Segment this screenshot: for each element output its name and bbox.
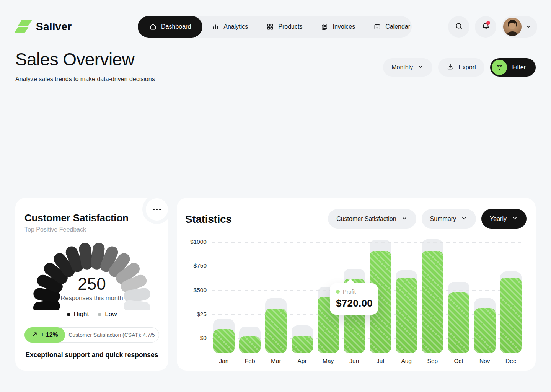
nav-item-label: Calendar [385,23,410,30]
brand-name: Saliver [36,21,72,33]
x-axis-label: Oct [454,358,463,364]
statistics-card: Statistics Customer Satisfaction Summary… [177,198,536,371]
avatar [503,18,522,36]
gauge-legend: HightLow [15,310,168,318]
nav-item-label: Products [278,23,302,30]
x-axis-label: Nov [479,358,490,364]
topbar: Saliver DashboardAnalyticsProductsInvoic… [15,16,537,38]
search-icon [455,22,463,32]
chevron-down-icon [401,215,408,223]
card-notch [142,195,171,224]
bar-dec[interactable] [500,278,522,353]
customer-satisfaction-card: Customer Satisfaction Top Positive Feedb… [15,198,168,371]
calendar-icon [373,23,381,31]
tooltip-value: $720.00 [336,297,372,309]
chevron-down-icon [511,215,518,223]
view-dropdown[interactable]: Summary [422,209,476,229]
legend-label: Low [105,310,117,318]
bar-mar[interactable] [265,309,287,353]
bar-aug[interactable] [396,278,417,353]
statistics-dropdowns: Customer Satisfaction Summary Yearly [328,209,527,229]
export-button-label: Export [458,64,476,71]
x-axis-label: May [323,358,334,364]
nav-item-products[interactable]: Products [257,16,311,38]
page-controls: Monthly Export Filter [383,58,536,77]
statistics-title: Statistics [185,213,232,225]
bar-apr[interactable] [292,336,313,353]
bar-sep[interactable] [422,251,443,353]
y-axis-tick: $1000 [185,238,207,245]
more-options-button[interactable] [146,198,168,220]
brand: Saliver [15,19,72,34]
gauge-value: 250 [15,274,168,294]
satisfaction-card-subtitle: Top Positive Feedback [24,226,86,233]
notification-dot [486,21,490,25]
bar-feb[interactable] [239,336,261,353]
export-button[interactable]: Export [438,58,484,77]
page-title: Sales Overview [15,49,155,70]
primary-nav: DashboardAnalyticsProductsInvoicesCalend… [138,16,412,38]
x-axis-label: Dec [505,358,516,364]
range-dropdown[interactable]: Yearly [481,209,527,229]
bar-nov[interactable] [474,308,496,353]
legend-dot-icon [98,313,101,316]
x-axis-label: Aug [401,358,412,364]
user-menu[interactable] [502,16,537,38]
nav-item-dashboard[interactable]: Dashboard [138,16,202,38]
filter-button[interactable]: Filter [490,58,536,77]
bar-jan[interactable] [213,329,235,353]
satisfaction-footnote: Exceptional support and quick responses [15,351,168,359]
bar-slot-apr: Apr [292,238,313,353]
chevron-down-icon [461,215,468,223]
ellipsis-icon [153,209,155,211]
filter-button-label: Filter [512,64,526,71]
x-axis-label: Feb [245,358,255,364]
chart-tooltip: Profit $720.00 [330,283,378,315]
page-head: Sales Overview Analyze sales trends to m… [15,49,155,83]
bar-slot-mar: Mar [265,238,287,353]
x-axis-label: Jun [349,358,359,364]
csat-text: Customer Satisfaction (CSAT): 4.7/5 [65,332,159,338]
bar-slot-feb: Feb [239,238,261,353]
gridline [212,242,523,243]
period-dropdown[interactable]: Monthly [383,58,432,77]
tooltip-series-label: Profit [343,289,356,295]
delta-badge: + 12% [24,327,65,343]
nav-item-calendar[interactable]: Calendar [364,16,419,38]
y-axis-tick: $750 [185,262,207,269]
bar-slot-dec: Dec [500,238,522,353]
nav-item-label: Dashboard [161,23,191,30]
delta-badge-label: + 12% [41,332,58,338]
legend-dot-icon [67,313,70,316]
period-dropdown-label: Monthly [391,64,413,71]
bar-chart-icon [212,23,219,31]
page-subtitle: Analyze sales trends to make data-driven… [15,76,155,83]
metric-dropdown-label: Customer Satisfaction [336,216,396,222]
nav-item-analytics[interactable]: Analytics [202,16,257,38]
trend-up-icon [31,331,38,339]
chevron-down-icon [525,23,532,31]
bar-slot-sep: Sep [422,238,443,353]
x-axis-label: Jan [219,358,229,364]
bar-oct[interactable] [448,292,469,353]
nav-item-invoices[interactable]: Invoices [311,16,364,38]
x-axis-label: Sep [427,358,438,364]
range-dropdown-label: Yearly [490,216,507,222]
search-button[interactable] [448,16,469,38]
saliver-logo-icon [15,19,31,34]
view-dropdown-label: Summary [430,216,456,222]
csat-badge-row: + 12% Customer Satisfaction (CSAT): 4.7/… [24,327,159,343]
invoice-icon [321,23,328,31]
legend-item-low: Low [98,310,117,318]
nav-item-label: Analytics [223,23,248,30]
metric-dropdown[interactable]: Customer Satisfaction [328,209,416,229]
legend-label: Hight [74,310,89,318]
x-axis-label: Apr [297,358,306,364]
y-axis-tick: $25 [185,311,207,318]
chevron-down-icon [417,63,424,72]
x-axis-label: Mar [271,358,281,364]
profit-bar-chart: JanFebMarAprMayJunJulAugSepOctNovDec Pro… [185,238,523,371]
legend-item-hight: Hight [67,310,89,318]
notifications-button[interactable] [475,16,496,38]
bar-slot-oct: Oct [448,238,469,353]
